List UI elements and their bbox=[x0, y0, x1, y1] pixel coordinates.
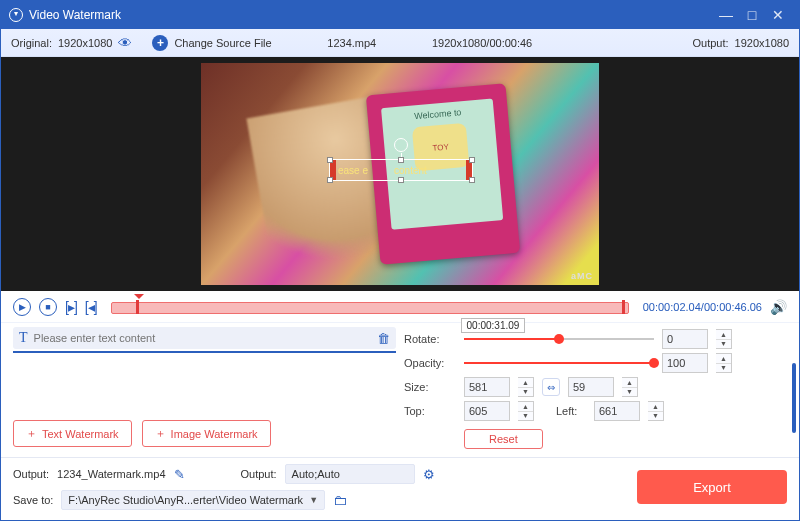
video-frame: Welcome to TOY aMC ease e content bbox=[201, 63, 599, 285]
preview-original-icon[interactable]: 👁 bbox=[118, 35, 132, 51]
resize-handle[interactable] bbox=[469, 157, 475, 163]
rotate-stepper[interactable]: ▲▼ bbox=[716, 329, 732, 349]
rotate-label: Rotate: bbox=[404, 333, 456, 345]
add-image-watermark-button[interactable]: ＋Image Watermark bbox=[142, 420, 271, 447]
info-bar: Original: 1920x1080 👁 + Change Source Fi… bbox=[1, 29, 799, 57]
original-size-label: Original: bbox=[11, 37, 52, 49]
output-file-label: Output: bbox=[13, 468, 49, 480]
playback-controls: ▶ ■ [▸] [◂] 00:00:31.09 00:00:02.04/00:0… bbox=[1, 291, 799, 323]
opacity-stepper[interactable]: ▲▼ bbox=[716, 353, 732, 373]
volume-icon[interactable]: 🔊 bbox=[770, 299, 787, 315]
size-width-value[interactable]: 581 bbox=[464, 377, 510, 397]
open-folder-icon[interactable]: 🗀 bbox=[333, 492, 347, 508]
text-watermark-entry: T 🗑 bbox=[13, 327, 396, 349]
app-title: Video Watermark bbox=[29, 8, 121, 22]
source-filename: 1234.mp4 bbox=[327, 37, 376, 49]
watermark-text-input[interactable] bbox=[34, 332, 371, 344]
output-preset-select[interactable]: Auto;Auto bbox=[285, 464, 415, 484]
text-icon: T bbox=[19, 330, 28, 346]
output-preset-label: Output: bbox=[241, 468, 277, 480]
resize-handle[interactable] bbox=[327, 157, 333, 163]
source-progress: 1920x1080/00:00:46 bbox=[432, 37, 532, 49]
window-maximize-button[interactable]: □ bbox=[739, 7, 765, 23]
plus-icon: ＋ bbox=[155, 426, 166, 441]
resize-handle[interactable] bbox=[327, 177, 333, 183]
rotate-slider[interactable] bbox=[464, 332, 654, 346]
top-stepper[interactable]: ▲▼ bbox=[518, 401, 534, 421]
preview-welcome-text: Welcome to bbox=[414, 107, 462, 121]
rotate-value[interactable]: 0 bbox=[662, 329, 708, 349]
output-file-name: 1234_Watermark.mp4 bbox=[57, 468, 165, 480]
edit-output-name-icon[interactable]: ✎ bbox=[174, 467, 185, 482]
video-preview[interactable]: Welcome to TOY aMC ease e content bbox=[1, 57, 799, 291]
title-bar: Video Watermark — □ ✕ bbox=[1, 1, 799, 29]
save-to-label: Save to: bbox=[13, 494, 53, 506]
timeline[interactable]: 00:00:31.09 bbox=[111, 298, 629, 316]
watermark-text-left: ease e bbox=[338, 165, 368, 176]
bottom-bar: Output: 1234_Watermark.mp4 ✎ Output: Aut… bbox=[1, 457, 799, 520]
add-text-watermark-button[interactable]: ＋Text Watermark bbox=[13, 420, 132, 447]
size-label: Size: bbox=[404, 381, 456, 393]
resize-handle[interactable] bbox=[398, 177, 404, 183]
channel-bug: aMC bbox=[571, 271, 593, 281]
total-time: 00:00:46.06 bbox=[704, 301, 762, 313]
rotate-handle-icon[interactable] bbox=[394, 138, 408, 152]
output-size-value: 1920x1080 bbox=[735, 37, 789, 49]
current-time: 00:00:02.04 bbox=[643, 301, 701, 313]
window-minimize-button[interactable]: — bbox=[713, 7, 739, 23]
settings-panel: T 🗑 ＋Text Watermark ＋Image Watermark Rot… bbox=[1, 323, 799, 457]
size-width-stepper[interactable]: ▲▼ bbox=[518, 377, 534, 397]
resize-handle[interactable] bbox=[398, 157, 404, 163]
input-underline bbox=[13, 351, 396, 353]
opacity-slider[interactable] bbox=[464, 356, 654, 370]
watermark-overlay[interactable]: ease e content bbox=[329, 159, 473, 181]
top-value[interactable]: 605 bbox=[464, 401, 510, 421]
output-preset-value: Auto;Auto bbox=[292, 468, 340, 480]
top-label: Top: bbox=[404, 405, 456, 417]
range-end-handle[interactable] bbox=[619, 296, 629, 316]
save-path-select[interactable]: F:\AnyRec Studio\AnyR...erter\Video Wate… bbox=[61, 490, 325, 510]
output-settings-icon[interactable]: ⚙ bbox=[423, 467, 435, 482]
plus-icon: + bbox=[152, 35, 168, 51]
save-path-value: F:\AnyRec Studio\AnyR...erter\Video Wate… bbox=[68, 494, 303, 506]
play-button[interactable]: ▶ bbox=[13, 298, 31, 316]
opacity-label: Opacity: bbox=[404, 357, 456, 369]
reset-button[interactable]: Reset bbox=[464, 429, 543, 449]
window-close-button[interactable]: ✕ bbox=[765, 7, 791, 23]
app-logo-icon bbox=[9, 8, 23, 22]
range-start-handle[interactable] bbox=[133, 296, 143, 316]
stop-button[interactable]: ■ bbox=[39, 298, 57, 316]
mark-out-button[interactable]: [◂] bbox=[85, 299, 97, 315]
mark-in-button[interactable]: [▸] bbox=[65, 299, 77, 315]
resize-handle[interactable] bbox=[469, 177, 475, 183]
export-button[interactable]: Export bbox=[637, 470, 787, 504]
watermark-text-right: content bbox=[394, 165, 427, 176]
plus-icon: ＋ bbox=[26, 426, 37, 441]
change-source-button[interactable]: + Change Source File bbox=[142, 35, 281, 51]
chevron-down-icon: ▼ bbox=[309, 495, 318, 505]
panel-scrollbar[interactable] bbox=[792, 363, 796, 433]
size-height-stepper[interactable]: ▲▼ bbox=[622, 377, 638, 397]
left-value[interactable]: 661 bbox=[594, 401, 640, 421]
size-height-value[interactable]: 59 bbox=[568, 377, 614, 397]
aspect-lock-icon[interactable]: ⇔ bbox=[542, 378, 560, 396]
delete-icon[interactable]: 🗑 bbox=[377, 331, 390, 346]
output-size-label: Output: bbox=[692, 37, 728, 49]
left-stepper[interactable]: ▲▼ bbox=[648, 401, 664, 421]
left-label: Left: bbox=[556, 405, 586, 417]
opacity-value[interactable]: 100 bbox=[662, 353, 708, 373]
change-source-label: Change Source File bbox=[174, 37, 271, 49]
original-size-value: 1920x1080 bbox=[58, 37, 112, 49]
